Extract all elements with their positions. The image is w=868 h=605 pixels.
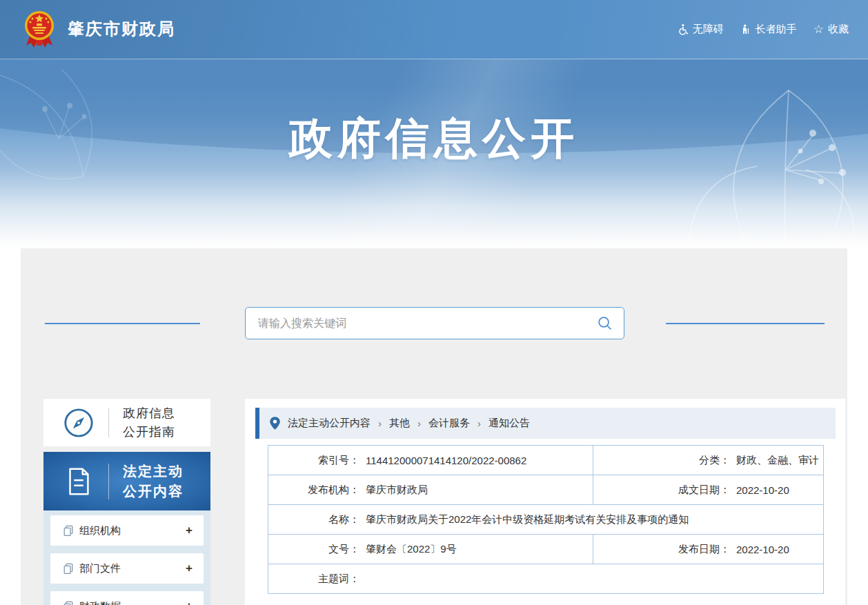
- breadcrumb-item[interactable]: 通知公告: [489, 417, 530, 430]
- search-box: [245, 307, 624, 339]
- field-value: 114412000071414120/2022-00862: [366, 455, 526, 466]
- favorite-link[interactable]: ☆ 收藏: [813, 23, 849, 36]
- sidebar-item-statutory-active[interactable]: 法定主动 公开内容: [43, 452, 210, 510]
- document-meta-table: 索引号：114412000071414120/2022-00862分类：财政、金…: [268, 445, 824, 594]
- elder-assistant-link[interactable]: 长者助手: [740, 23, 797, 36]
- search-input[interactable]: [246, 308, 624, 339]
- document-outline-icon: [63, 466, 95, 497]
- header-utility-links: 无障碍 长者助手 ☆ 收藏: [677, 0, 849, 59]
- wheelchair-icon: [677, 23, 689, 35]
- sidebar-submenu-item[interactable]: 组织机构+: [50, 515, 204, 546]
- sidebar-submenu: 组织机构+部门文件+财政数据+: [43, 510, 210, 605]
- search-divider-left: [45, 323, 200, 324]
- field-label: 名称：: [268, 513, 359, 526]
- main-content-card: 法定主动公开内容›其他›会计服务›通知公告 索引号：11441200007141…: [245, 399, 845, 605]
- expand-plus-icon[interactable]: +: [186, 524, 193, 537]
- breadcrumb-separator: ›: [477, 417, 481, 429]
- sidebar-guide-label: 政府信息 公开指南: [123, 404, 175, 442]
- table-cell: 分类：财政、金融、审计: [593, 446, 824, 475]
- page-banner: 政府信息公开: [0, 59, 868, 248]
- field-value: 财政、金融、审计: [736, 454, 819, 466]
- table-cell: 文号：肇财会〔2022〕9号: [268, 535, 593, 564]
- accessibility-link[interactable]: 无障碍: [677, 23, 724, 36]
- breadcrumb-item[interactable]: 其他: [389, 417, 410, 430]
- sidebar-submenu-item-label: 财政数据: [79, 600, 186, 605]
- field-label: 成文日期：: [593, 484, 730, 497]
- sidebar-submenu-item[interactable]: 财政数据+: [50, 591, 204, 605]
- sidebar-submenu-item[interactable]: 部门文件+: [50, 553, 204, 584]
- table-cell: 发布机构：肇庆市财政局: [268, 475, 593, 505]
- pages-icon: [63, 525, 74, 537]
- table-row: 发布机构：肇庆市财政局成文日期：2022-10-20: [268, 475, 824, 505]
- accessibility-label: 无障碍: [693, 23, 724, 36]
- site-brand[interactable]: 肇庆市财政局: [21, 10, 175, 48]
- table-cell: 成文日期：2022-10-20: [593, 475, 824, 505]
- table-cell: 发布日期：2022-10-20: [593, 535, 824, 564]
- elder-assistant-label: 长者助手: [756, 23, 797, 36]
- field-value: 肇财会〔2022〕9号: [366, 543, 457, 555]
- table-cell: 名称：肇庆市财政局关于2022年会计中级资格延期考试有关安排及事项的通知: [268, 505, 824, 535]
- expand-plus-icon[interactable]: +: [186, 599, 193, 605]
- favorite-label: 收藏: [828, 23, 849, 36]
- field-label: 发布日期：: [593, 543, 730, 556]
- table-cell: 主题词：: [268, 564, 824, 594]
- vertical-divider: [108, 408, 109, 437]
- national-emblem-logo: [21, 10, 58, 48]
- breadcrumb-item[interactable]: 会计服务: [428, 417, 470, 430]
- field-label: 文号：: [268, 543, 359, 556]
- breadcrumb-accent-bar: [255, 408, 259, 439]
- search-icon[interactable]: [597, 315, 613, 331]
- table-row: 名称：肇庆市财政局关于2022年会计中级资格延期考试有关安排及事项的通知: [268, 505, 824, 535]
- sidebar: 政府信息 公开指南 法定主动 公开内容 组织机构+部门文件+财政数据+: [43, 399, 210, 605]
- compass-icon: [63, 407, 95, 439]
- field-value: 2022-10-20: [736, 484, 789, 496]
- breadcrumb-items: 法定主动公开内容›其他›会计服务›通知公告: [288, 417, 530, 430]
- pages-icon: [63, 563, 74, 575]
- star-icon: ☆: [813, 23, 824, 35]
- table-row: 文号：肇财会〔2022〕9号发布日期：2022-10-20: [268, 535, 824, 564]
- field-label: 发布机构：: [268, 484, 359, 497]
- table-row: 主题词：: [268, 564, 824, 594]
- field-value: 2022-10-20: [736, 544, 789, 555]
- sidebar-item-guide[interactable]: 政府信息 公开指南: [43, 399, 210, 446]
- table-row: 索引号：114412000071414120/2022-00862分类：财政、金…: [268, 446, 824, 475]
- doc-table-body: 索引号：114412000071414120/2022-00862分类：财政、金…: [268, 446, 824, 594]
- breadcrumb-separator: ›: [378, 417, 382, 429]
- pages-icon: [63, 601, 74, 605]
- table-cell: 索引号：114412000071414120/2022-00862: [268, 446, 593, 475]
- site-title: 肇庆市财政局: [68, 18, 175, 40]
- sidebar-active-label: 法定主动 公开内容: [123, 462, 184, 502]
- search-divider-right: [666, 323, 825, 324]
- top-header-bar: 肇庆市财政局 无障碍 长者助手 ☆ 收藏: [0, 0, 868, 59]
- elder-icon: [740, 23, 751, 35]
- location-pin-icon: [269, 416, 281, 430]
- field-value: 肇庆市财政局关于2022年会计中级资格延期考试有关安排及事项的通知: [366, 513, 689, 525]
- breadcrumb-item[interactable]: 法定主动公开内容: [288, 417, 371, 430]
- field-label: 分类：: [593, 454, 730, 467]
- vertical-divider: [108, 464, 109, 499]
- sidebar-submenu-item-label: 组织机构: [79, 524, 186, 537]
- field-value: 肇庆市财政局: [366, 484, 428, 495]
- field-label: 主题词：: [268, 573, 359, 586]
- breadcrumb-separator: ›: [417, 417, 421, 429]
- page-title: 政府信息公开: [0, 109, 868, 168]
- expand-plus-icon[interactable]: +: [186, 562, 193, 575]
- content-panel: 政府信息 公开指南 法定主动 公开内容 组织机构+部门文件+财政数据+: [21, 248, 847, 605]
- field-label: 索引号：: [268, 454, 359, 467]
- breadcrumb-bar: 法定主动公开内容›其他›会计服务›通知公告: [255, 408, 836, 439]
- sidebar-submenu-item-label: 部门文件: [79, 562, 186, 575]
